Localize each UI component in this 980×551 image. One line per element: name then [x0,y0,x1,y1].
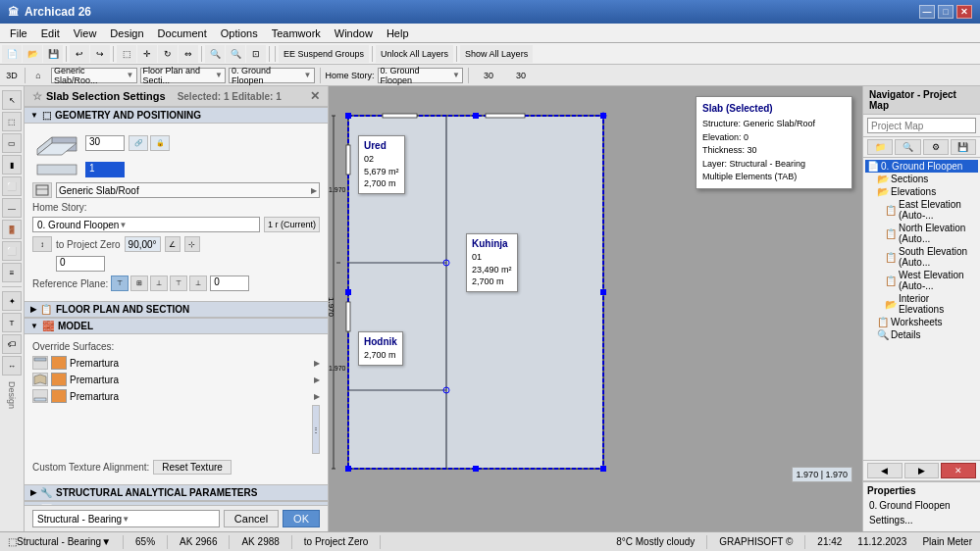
story-dropdown[interactable]: 0. Ground Floopen ▼ [229,68,315,83]
coords-btn[interactable]: 30 [506,67,536,84]
nav-search-btn[interactable]: 🔍 [895,139,920,155]
zoom-input-btn[interactable]: 30 [474,67,503,84]
ref-center-btn[interactable]: ⊞ [130,276,148,291]
tool-arrow[interactable]: ↖ [2,90,22,110]
status-tool[interactable]: ⬚ Structural - Bearing ▼ [4,532,115,551]
nav-settings-btn[interactable]: ⚙ [923,139,949,155]
close-btn[interactable]: ✕ [956,5,972,19]
panel-star[interactable]: ☆ [32,90,42,103]
tb-show-layers[interactable]: Show All Layers [460,45,533,63]
ok-btn[interactable]: OK [283,510,320,527]
tool-label[interactable]: 🏷 [2,334,22,354]
home-story-nav-dropdown[interactable]: 0. Ground Floopen ▼ [378,68,464,83]
nav-prop-ground[interactable]: 0. Ground Floopen [867,499,976,512]
ref-bottom-btn[interactable]: ⊥ [150,276,168,291]
tb-zoom-fit[interactable]: ⊡ [246,45,266,63]
menu-options[interactable]: Options [215,24,264,42]
ref-top-btn[interactable]: ⊤ [111,276,129,291]
nav-item-north[interactable]: 📋 North Elevation (Auto... [883,222,978,245]
tb-suspend-groups[interactable]: EE Suspend Groups [279,45,369,63]
offset-spacer [32,256,52,272]
tool-beam[interactable]: — [2,198,22,218]
thickness2-input[interactable]: 1 [85,162,125,177]
minimize-btn[interactable]: — [919,5,935,19]
reset-texture-btn[interactable]: Reset Texture [153,460,232,475]
menu-help[interactable]: Help [381,24,415,42]
menu-teamwork[interactable]: Teamwork [266,24,327,42]
tool-slab[interactable]: ▭ [2,133,22,153]
tool-text[interactable]: T [2,313,22,332]
resize-handle[interactable]: ⋮ [312,405,320,454]
slab-lock-btn[interactable]: 🔒 [150,135,170,151]
structural-type-dropdown[interactable]: Structural - Bearing ▼ [32,510,220,527]
maximize-btn[interactable]: □ [938,5,954,19]
panel-close-btn[interactable]: ✕ [310,89,320,103]
tool-dim[interactable]: ↔ [2,356,22,376]
surface-arrow-1[interactable]: ▶ [314,359,320,368]
nav-item-worksheets[interactable]: 📋 Worksheets [875,316,978,328]
nav-search-input[interactable] [867,118,976,133]
tool-door[interactable]: 🚪 [2,220,22,239]
nav-item-east[interactable]: 📋 East Elevation (Auto-... [883,198,978,222]
tb-select[interactable]: ⬚ [117,45,136,63]
home-story-select[interactable]: 0. Ground Floopen ▼ [32,217,260,232]
tool-wall[interactable]: ▮ [2,155,22,175]
surface-arrow-3[interactable]: ▶ [314,392,320,401]
tb-rotate[interactable]: ↻ [158,45,178,63]
tb-undo[interactable]: ↩ [70,45,89,63]
tb-save[interactable]: 💾 [43,45,63,63]
view-btn-3d[interactable]: 3D [2,67,22,84]
cancel-btn[interactable]: Cancel [224,510,279,527]
tool-stair[interactable]: ≡ [2,263,22,282]
menu-view[interactable]: View [68,24,103,42]
tb-zoom-out[interactable]: 🔍 [226,45,245,63]
home-story-select-row: 0. Ground Floopen ▼ 1 r (Current) [32,217,320,232]
nav-item-ground[interactable]: 📄 0. Ground Floopen [865,160,978,173]
thickness-input[interactable]: 30 [85,135,125,151]
section-model[interactable]: ▼ 🧱 MODEL [25,318,328,334]
nav-next-btn[interactable]: ▶ [904,463,940,478]
nav-item-west[interactable]: 📋 West Elevation (Auto-... [883,269,978,292]
tb-mirror[interactable]: ⇔ [179,45,198,63]
menu-window[interactable]: Window [329,24,379,42]
view-home[interactable]: ⌂ [28,67,48,84]
offset-input[interactable]: 0 [56,256,105,272]
nav-open-btn[interactable]: 📁 [867,139,893,155]
tool-magic[interactable]: ✦ [2,291,22,311]
tb-open[interactable]: 📂 [23,45,42,63]
floor-plan-dropdown[interactable]: Floor Plan and Secti... ▼ [140,68,227,83]
section-floorplan[interactable]: ▶ 📋 FLOOR PLAN AND SECTION [25,301,328,318]
tool-marquee[interactable]: ⬚ [2,112,22,131]
structure-dropdown[interactable]: Generic Slab/Roof ▶ [56,182,320,198]
view-type-dropdown[interactable]: Generic Slab/Roo... ▼ [51,68,137,83]
ref-custom-btn1[interactable]: ⊤ [170,276,187,291]
nav-item-elevations[interactable]: 📂 Elevations [875,185,978,198]
tb-redo[interactable]: ↪ [90,45,110,63]
nav-item-details[interactable]: 🔍 Details [875,328,978,341]
nav-save-btn[interactable]: 💾 [951,139,976,155]
status-zoom[interactable]: 65% [131,532,159,551]
menu-design[interactable]: Design [104,24,149,42]
nav-prop-settings[interactable]: Settings... [867,514,976,526]
canvas-area[interactable]: 1.970 1.970 1.970 Ured 02 5,679 m² [329,86,862,531]
menu-file[interactable]: File [4,24,33,42]
menu-edit[interactable]: Edit [35,24,66,42]
nav-item-interior[interactable]: 📂 Interior Elevations [883,292,978,316]
nav-close-btn[interactable]: ✕ [941,463,976,478]
ref-plane-input[interactable]: 0 [210,276,249,291]
tb-unlock-layers[interactable]: Unlock All Layers [376,45,453,63]
menu-document[interactable]: Document [152,24,213,42]
tb-new[interactable]: 📄 [2,45,22,63]
section-structural[interactable]: ▶ 🔧 STRUCTURAL ANALYTICAL PARAMETERS [25,484,328,501]
slab-link-btn[interactable]: 🔗 [129,135,148,151]
tool-column[interactable]: ⬜ [2,176,22,196]
nav-item-sections[interactable]: 📂 Sections [875,173,978,185]
tool-window[interactable]: ⬜ [2,241,22,261]
section-geometry[interactable]: ▼ ⬚ GEOMETRY AND POSITIONING [25,107,328,124]
tb-move[interactable]: ✛ [137,45,157,63]
nav-prev-btn[interactable]: ◀ [867,463,903,478]
ref-custom-btn2[interactable]: ⊥ [189,276,207,291]
surface-arrow-2[interactable]: ▶ [314,376,320,384]
tb-zoom-in[interactable]: 🔍 [205,45,225,63]
nav-item-south[interactable]: 📋 South Elevation (Auto... [883,245,978,269]
